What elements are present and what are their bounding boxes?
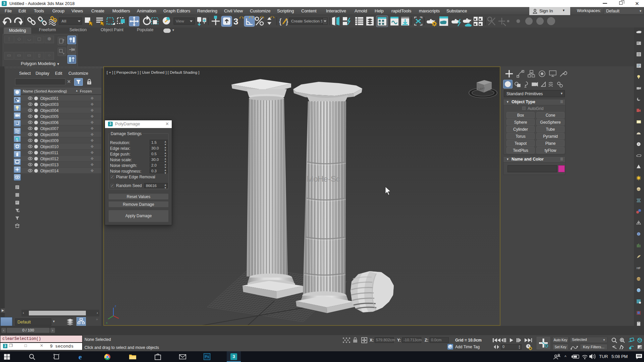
svg-text:3: 3 <box>233 16 238 26</box>
svg-text:}: } <box>286 17 288 25</box>
svg-text:O3: O3 <box>637 278 640 280</box>
svg-text:LEFT: LEFT <box>478 87 485 90</box>
svg-text:z: z <box>115 304 116 308</box>
svg-text:HF: HF <box>637 266 641 270</box>
svg-text:MoHe-Sc: MoHe-Sc <box>307 174 340 183</box>
svg-text:x: x <box>106 321 108 324</box>
svg-text:All: All <box>61 19 66 23</box>
svg-text:[ + ] [ Perspective ] [ User D: [ + ] [ Perspective ] [ User Defined ] [… <box>107 70 199 74</box>
svg-text:{: { <box>279 17 281 25</box>
svg-text:Create Selection Se: Create Selection Se <box>291 19 325 23</box>
svg-text:View: View <box>176 19 184 23</box>
